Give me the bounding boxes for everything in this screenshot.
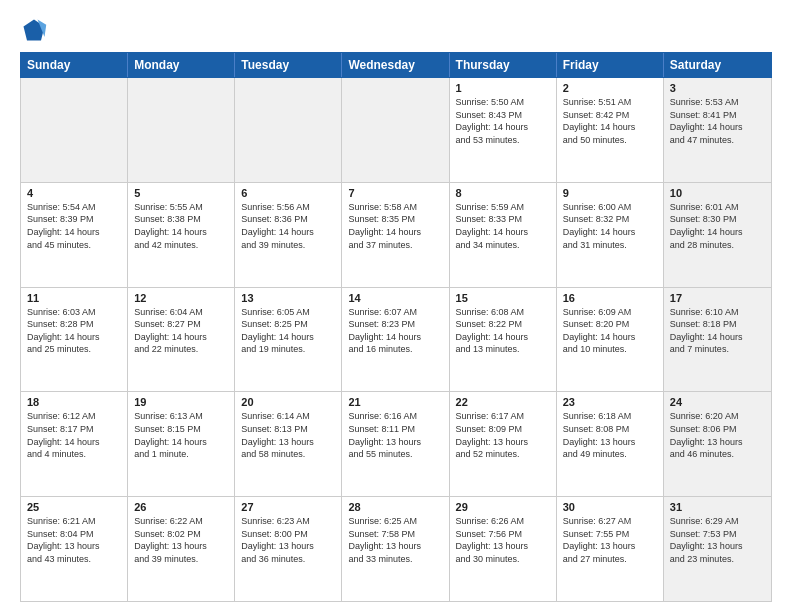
calendar-cell: 5Sunrise: 5:55 AM Sunset: 8:38 PM Daylig… [128,183,235,287]
calendar-cell: 11Sunrise: 6:03 AM Sunset: 8:28 PM Dayli… [21,288,128,392]
day-number: 11 [27,292,121,304]
calendar-row: 1Sunrise: 5:50 AM Sunset: 8:43 PM Daylig… [21,78,771,183]
day-info: Sunrise: 6:00 AM Sunset: 8:32 PM Dayligh… [563,201,657,251]
day-info: Sunrise: 6:13 AM Sunset: 8:15 PM Dayligh… [134,410,228,460]
day-info: Sunrise: 6:03 AM Sunset: 8:28 PM Dayligh… [27,306,121,356]
day-number: 4 [27,187,121,199]
day-info: Sunrise: 5:59 AM Sunset: 8:33 PM Dayligh… [456,201,550,251]
day-info: Sunrise: 5:50 AM Sunset: 8:43 PM Dayligh… [456,96,550,146]
day-info: Sunrise: 6:21 AM Sunset: 8:04 PM Dayligh… [27,515,121,565]
header-day: Thursday [450,53,557,77]
header-day: Sunday [21,53,128,77]
calendar-cell: 14Sunrise: 6:07 AM Sunset: 8:23 PM Dayli… [342,288,449,392]
day-number: 30 [563,501,657,513]
calendar-cell: 15Sunrise: 6:08 AM Sunset: 8:22 PM Dayli… [450,288,557,392]
day-number: 27 [241,501,335,513]
day-number: 7 [348,187,442,199]
day-number: 25 [27,501,121,513]
day-number: 26 [134,501,228,513]
day-info: Sunrise: 6:27 AM Sunset: 7:55 PM Dayligh… [563,515,657,565]
day-info: Sunrise: 5:53 AM Sunset: 8:41 PM Dayligh… [670,96,765,146]
day-number: 31 [670,501,765,513]
day-info: Sunrise: 6:25 AM Sunset: 7:58 PM Dayligh… [348,515,442,565]
day-info: Sunrise: 6:16 AM Sunset: 8:11 PM Dayligh… [348,410,442,460]
calendar-cell: 22Sunrise: 6:17 AM Sunset: 8:09 PM Dayli… [450,392,557,496]
calendar-cell: 4Sunrise: 5:54 AM Sunset: 8:39 PM Daylig… [21,183,128,287]
calendar-cell: 31Sunrise: 6:29 AM Sunset: 7:53 PM Dayli… [664,497,771,601]
day-number: 3 [670,82,765,94]
day-info: Sunrise: 6:01 AM Sunset: 8:30 PM Dayligh… [670,201,765,251]
day-info: Sunrise: 6:17 AM Sunset: 8:09 PM Dayligh… [456,410,550,460]
day-info: Sunrise: 5:58 AM Sunset: 8:35 PM Dayligh… [348,201,442,251]
day-number: 6 [241,187,335,199]
calendar-cell: 21Sunrise: 6:16 AM Sunset: 8:11 PM Dayli… [342,392,449,496]
header-day: Friday [557,53,664,77]
day-number: 28 [348,501,442,513]
day-info: Sunrise: 5:55 AM Sunset: 8:38 PM Dayligh… [134,201,228,251]
day-info: Sunrise: 6:22 AM Sunset: 8:02 PM Dayligh… [134,515,228,565]
calendar-cell: 1Sunrise: 5:50 AM Sunset: 8:43 PM Daylig… [450,78,557,182]
calendar-cell: 26Sunrise: 6:22 AM Sunset: 8:02 PM Dayli… [128,497,235,601]
day-info: Sunrise: 6:10 AM Sunset: 8:18 PM Dayligh… [670,306,765,356]
day-info: Sunrise: 6:12 AM Sunset: 8:17 PM Dayligh… [27,410,121,460]
calendar-cell: 12Sunrise: 6:04 AM Sunset: 8:27 PM Dayli… [128,288,235,392]
header-day: Tuesday [235,53,342,77]
day-number: 14 [348,292,442,304]
calendar-cell [128,78,235,182]
day-number: 22 [456,396,550,408]
calendar-cell: 8Sunrise: 5:59 AM Sunset: 8:33 PM Daylig… [450,183,557,287]
calendar-cell [21,78,128,182]
calendar-cell: 24Sunrise: 6:20 AM Sunset: 8:06 PM Dayli… [664,392,771,496]
calendar-cell: 10Sunrise: 6:01 AM Sunset: 8:30 PM Dayli… [664,183,771,287]
logo-icon [20,16,48,44]
day-number: 12 [134,292,228,304]
calendar-cell: 29Sunrise: 6:26 AM Sunset: 7:56 PM Dayli… [450,497,557,601]
day-number: 18 [27,396,121,408]
calendar-cell: 6Sunrise: 5:56 AM Sunset: 8:36 PM Daylig… [235,183,342,287]
calendar-cell: 3Sunrise: 5:53 AM Sunset: 8:41 PM Daylig… [664,78,771,182]
day-number: 29 [456,501,550,513]
calendar-body: 1Sunrise: 5:50 AM Sunset: 8:43 PM Daylig… [20,78,772,602]
day-number: 16 [563,292,657,304]
day-info: Sunrise: 5:54 AM Sunset: 8:39 PM Dayligh… [27,201,121,251]
day-info: Sunrise: 6:29 AM Sunset: 7:53 PM Dayligh… [670,515,765,565]
calendar-row: 11Sunrise: 6:03 AM Sunset: 8:28 PM Dayli… [21,288,771,393]
calendar-cell: 13Sunrise: 6:05 AM Sunset: 8:25 PM Dayli… [235,288,342,392]
calendar-cell: 2Sunrise: 5:51 AM Sunset: 8:42 PM Daylig… [557,78,664,182]
day-info: Sunrise: 6:08 AM Sunset: 8:22 PM Dayligh… [456,306,550,356]
calendar-cell: 19Sunrise: 6:13 AM Sunset: 8:15 PM Dayli… [128,392,235,496]
page: SundayMondayTuesdayWednesdayThursdayFrid… [0,0,792,612]
calendar-row: 25Sunrise: 6:21 AM Sunset: 8:04 PM Dayli… [21,497,771,601]
day-info: Sunrise: 6:09 AM Sunset: 8:20 PM Dayligh… [563,306,657,356]
calendar-cell: 30Sunrise: 6:27 AM Sunset: 7:55 PM Dayli… [557,497,664,601]
day-info: Sunrise: 5:51 AM Sunset: 8:42 PM Dayligh… [563,96,657,146]
calendar-cell: 9Sunrise: 6:00 AM Sunset: 8:32 PM Daylig… [557,183,664,287]
day-number: 15 [456,292,550,304]
day-number: 24 [670,396,765,408]
header-day: Wednesday [342,53,449,77]
calendar-cell: 23Sunrise: 6:18 AM Sunset: 8:08 PM Dayli… [557,392,664,496]
calendar-cell: 25Sunrise: 6:21 AM Sunset: 8:04 PM Dayli… [21,497,128,601]
calendar-cell: 28Sunrise: 6:25 AM Sunset: 7:58 PM Dayli… [342,497,449,601]
day-info: Sunrise: 6:07 AM Sunset: 8:23 PM Dayligh… [348,306,442,356]
calendar-cell: 16Sunrise: 6:09 AM Sunset: 8:20 PM Dayli… [557,288,664,392]
calendar: SundayMondayTuesdayWednesdayThursdayFrid… [20,52,772,602]
day-number: 20 [241,396,335,408]
header [20,16,772,44]
calendar-cell [235,78,342,182]
day-number: 8 [456,187,550,199]
calendar-cell: 20Sunrise: 6:14 AM Sunset: 8:13 PM Dayli… [235,392,342,496]
header-day: Saturday [664,53,771,77]
calendar-cell: 17Sunrise: 6:10 AM Sunset: 8:18 PM Dayli… [664,288,771,392]
day-number: 5 [134,187,228,199]
day-info: Sunrise: 6:26 AM Sunset: 7:56 PM Dayligh… [456,515,550,565]
day-info: Sunrise: 6:04 AM Sunset: 8:27 PM Dayligh… [134,306,228,356]
header-day: Monday [128,53,235,77]
calendar-row: 4Sunrise: 5:54 AM Sunset: 8:39 PM Daylig… [21,183,771,288]
day-info: Sunrise: 6:20 AM Sunset: 8:06 PM Dayligh… [670,410,765,460]
day-info: Sunrise: 6:05 AM Sunset: 8:25 PM Dayligh… [241,306,335,356]
logo [20,16,52,44]
day-number: 10 [670,187,765,199]
day-number: 23 [563,396,657,408]
day-number: 9 [563,187,657,199]
